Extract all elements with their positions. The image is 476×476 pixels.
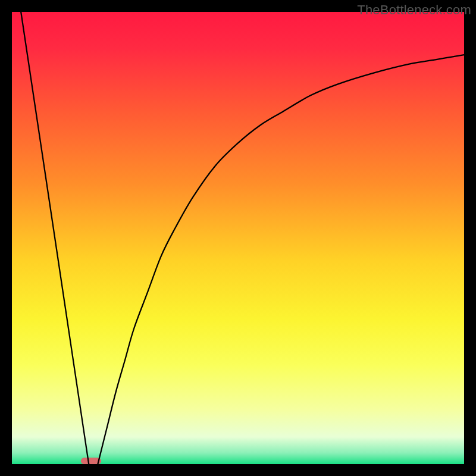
watermark-text: TheBottleneck.com [357, 2, 471, 18]
chart-svg [12, 12, 464, 464]
gradient-background [12, 12, 464, 464]
chart-frame: TheBottleneck.com [0, 0, 476, 476]
plot-area [12, 12, 464, 464]
